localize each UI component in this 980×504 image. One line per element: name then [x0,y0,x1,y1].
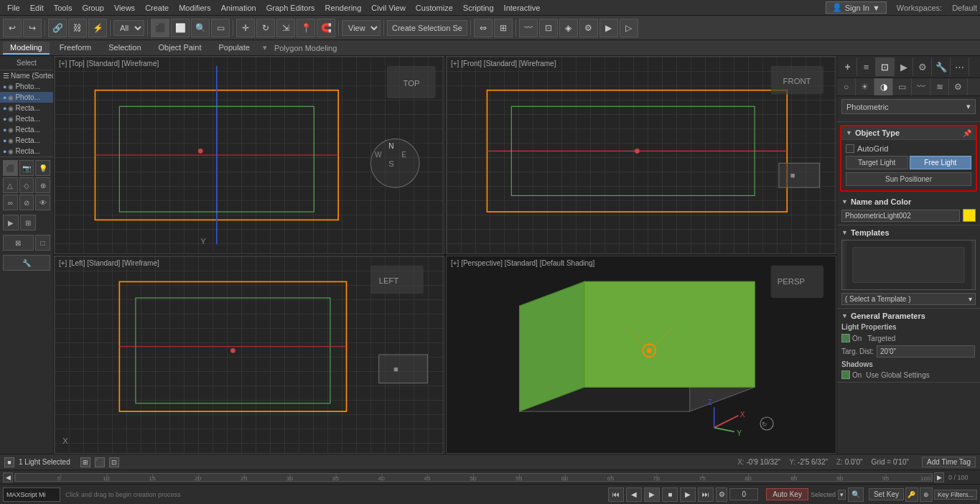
pin-icon[interactable]: 📌 [963,129,971,137]
view-dropdown[interactable]: View [342,20,381,36]
rect-select-button[interactable]: ▭ [211,19,230,37]
select-object-button[interactable]: ⬛ [151,19,169,37]
anim-stop[interactable]: ■ [662,487,678,502]
render-active-button[interactable]: ▷ [620,19,638,37]
sidebar-sort-header[interactable]: ☰ Name (Sorted A [0,70,53,81]
tab-object-paint[interactable]: Object Paint [151,42,209,55]
menu-scripting[interactable]: Scripting [459,2,498,14]
shadows-on-checkbox[interactable] [841,370,850,379]
sidebar-icon-play[interactable]: ▶ [3,215,19,230]
list-item[interactable]: ● ◉ Photo... [0,92,53,103]
color-swatch[interactable] [963,209,976,222]
curve-editor-button[interactable]: 〰 [519,19,538,37]
menu-group[interactable]: Group [78,2,108,14]
list-item[interactable]: ● ◉ Recta... [0,146,53,157]
tab-modeling[interactable]: Modeling [3,42,50,55]
viewport-left[interactable]: [+] [Left] [Standard] [Wireframe] LEFT ■… [54,256,444,454]
sidebar-icon-helper[interactable]: ⊕ [35,177,50,193]
on-checkbox[interactable] [841,334,850,342]
selected-dropdown[interactable]: ▾ [838,490,846,500]
sidebar-icon-eye[interactable]: 👁 [35,195,50,210]
panel-icon-standard[interactable]: ☀ [856,78,874,95]
panel-icon-wave[interactable]: ≋ [930,78,949,95]
menu-modifiers[interactable]: Modifiers [174,2,215,14]
select-by-name-button[interactable]: 🔍 [191,19,210,37]
panel-icon-video[interactable]: ▭ [893,78,912,95]
link-button[interactable]: 🔗 [48,19,67,37]
viewport-top[interactable]: [+] [Top] [Standard] [Wireframe] Y TOP [54,56,444,254]
sidebar-icon-camera[interactable]: 📷 [19,160,34,176]
snap-button[interactable]: 🧲 [317,19,335,37]
sidebar-icon-quad[interactable]: ⊠ [3,235,34,251]
sub-toolbar-option[interactable]: ▾ [263,43,267,52]
material-editor-button[interactable]: ◈ [559,19,578,37]
targ-dist-input[interactable] [877,345,975,358]
frame-counter[interactable] [729,488,758,500]
timeline-track[interactable]: 5 10 15 20 25 30 35 40 45 50 55 60 65 70… [14,473,933,482]
unlink-button[interactable]: ⛓ [68,19,87,37]
anim-play[interactable]: ▶ [644,487,660,502]
menu-customize[interactable]: Customize [411,2,457,14]
key-icon-1[interactable]: 🔑 [905,487,918,502]
add-time-tag-button[interactable]: Add Time Tag [922,457,976,467]
select-region-button[interactable]: ⬜ [171,19,190,37]
panel-tab-more[interactable]: ⋯ [951,57,969,76]
viewport-front[interactable]: [+] [Front] [Standard] [Wireframe] FRONT… [446,56,836,254]
list-item[interactable]: ● ◉ Recta... [0,103,53,113]
panel-tab-scene[interactable]: ≡ [857,57,876,76]
maxscript-input[interactable] [6,491,57,498]
panel-icon-settings[interactable]: ⚙ [949,78,968,95]
panel-tab-utilities[interactable]: 🔧 [932,57,951,76]
render-setup-button[interactable]: ⚙ [579,19,598,37]
scale-button[interactable]: ⇲ [276,19,295,37]
target-light-button[interactable]: Target Light [846,156,908,169]
timeline-left-button[interactable]: ◀ [3,472,13,482]
auto-key-button[interactable]: Auto Key [766,488,808,500]
sidebar-icon-bone[interactable]: ⊘ [19,195,34,210]
mirror-button[interactable]: ⇔ [474,19,493,37]
list-item[interactable]: ● ◉ Photo... [0,81,53,92]
panel-icon-photometric[interactable]: ○ [837,78,856,95]
anim-jump-end[interactable]: ⏭ [698,487,714,502]
key-icon-2[interactable]: ⊕ [920,487,933,502]
sidebar-icon-grid[interactable]: ⊞ [20,215,36,230]
anim-options[interactable]: ⚙ [716,487,727,502]
sun-positioner-button[interactable]: Sun Positioner [846,172,971,186]
menu-tools[interactable]: Tools [50,2,77,14]
status-icon-3[interactable]: ⊡ [109,457,119,467]
align-button[interactable]: ⊞ [494,19,513,37]
panel-tab-display[interactable]: ⊡ [876,57,895,76]
menu-edit[interactable]: Edit [26,2,48,14]
autogrid-checkbox[interactable] [846,144,854,153]
create-selection-button[interactable]: Create Selection Se [387,20,467,36]
list-item[interactable]: ● ◉ Recta... [0,113,53,124]
timeline-right-button[interactable]: ▶ [934,472,944,482]
schematic-button[interactable]: ⊡ [539,19,558,37]
panel-tab-motion[interactable]: ▶ [895,57,913,76]
template-select-dropdown[interactable]: ( Select a Template ) ▾ [841,293,976,305]
light-name-input[interactable] [841,210,960,222]
menu-interactive[interactable]: Interactive [500,2,545,14]
undo-button[interactable]: ↩ [3,19,22,37]
bind-button[interactable]: ⚡ [88,19,107,37]
move-button[interactable]: ✛ [236,19,255,37]
search-filter-icon[interactable]: 🔍 [848,487,864,502]
rotate-button[interactable]: ↻ [256,19,275,37]
status-icon-2[interactable]: ⬛ [95,457,105,467]
photometric-dropdown[interactable]: Photometric ▾ [841,99,976,114]
render-button[interactable]: ▶ [599,19,618,37]
menu-create[interactable]: Create [141,2,173,14]
sidebar-icon-shape[interactable]: ◇ [19,177,34,193]
panel-tab-hierarchy[interactable]: ⚙ [913,57,932,76]
sidebar-icon-single[interactable]: □ [35,235,50,251]
panel-icon-lines[interactable]: 〰 [912,78,930,95]
sign-in-button[interactable]: 👤 Sign In ▼ [826,1,887,14]
sidebar-icon-wrench[interactable]: 🔧 [3,255,50,271]
panel-tab-add[interactable]: + [839,57,857,76]
menu-animation[interactable]: Animation [217,2,261,14]
sidebar-icon-light[interactable]: 💡 [35,160,50,176]
list-item[interactable]: ● ◉ Recta... [0,135,53,146]
tab-populate[interactable]: Populate [211,42,256,55]
anim-jump-start[interactable]: ⏮ [608,487,624,502]
list-item[interactable]: ● ◉ Recta... [0,124,53,135]
